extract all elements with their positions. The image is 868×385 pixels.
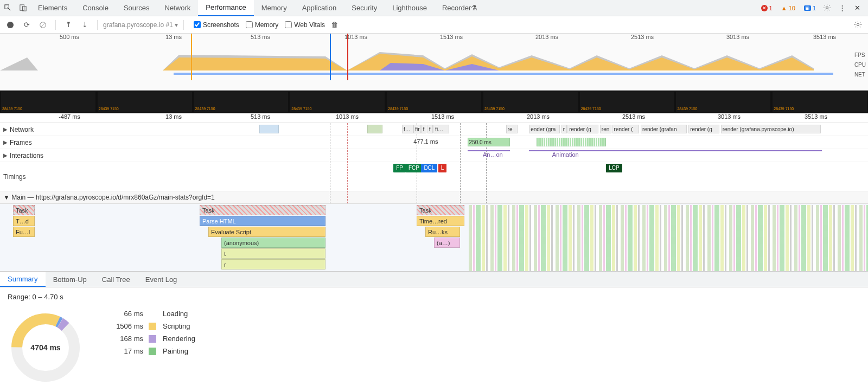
screenshot-frame[interactable]: 28439 7150 — [676, 92, 770, 112]
flame-parse-html[interactable]: Parse HTML — [200, 216, 326, 226]
flame-block[interactable]: r — [221, 259, 326, 270]
interaction-bar[interactable] — [468, 150, 510, 151]
track-network[interactable]: ▶Network — [0, 123, 98, 136]
performance-toolbar: ⟳ ⤒ ⤓ grafana.pyroscope.io #1 ▾ Screensh… — [0, 16, 868, 34]
frame-block[interactable]: 250.0 ms — [468, 138, 510, 146]
memory-checkbox[interactable]: Memory — [246, 21, 278, 29]
capture-settings-icon[interactable] — [851, 18, 865, 32]
network-block[interactable]: render (grafana.pyroscope.io) — [721, 125, 821, 133]
network-block[interactable] — [367, 125, 382, 133]
network-block[interactable]: f — [421, 125, 426, 133]
network-block[interactable]: render (g — [567, 125, 598, 133]
tab-event-log[interactable]: Event Log — [138, 272, 185, 287]
timing-fp[interactable]: FP — [393, 164, 406, 172]
flame-chart-area[interactable]: ▶Network f… fir f f fi… re ender (gra r … — [0, 123, 868, 271]
screenshot-frame[interactable]: 28439 7150 — [290, 92, 385, 112]
interaction-bar[interactable] — [529, 150, 822, 151]
flame-task[interactable]: Task — [13, 205, 35, 215]
save-profile-icon[interactable]: ⤓ — [78, 18, 92, 32]
track-frames[interactable]: ▶Frames — [0, 136, 98, 149]
garbage-collect-icon[interactable]: 🗑 — [327, 18, 341, 32]
network-block[interactable]: ender (gra — [529, 125, 560, 133]
summary-legend: 66 msLoading 1506 msScripting 168 msRend… — [100, 310, 195, 355]
close-icon[interactable]: ✕ — [850, 1, 865, 16]
tab-console[interactable]: Console — [75, 0, 116, 16]
minimap-tick: 513 ms — [251, 34, 270, 40]
network-block[interactable]: render ( — [612, 125, 640, 133]
tab-sources[interactable]: Sources — [116, 0, 157, 16]
reload-record-button[interactable]: ⟳ — [20, 18, 34, 32]
network-block[interactable] — [259, 125, 279, 133]
tab-call-tree[interactable]: Call Tree — [94, 272, 138, 287]
legend-swatch — [149, 335, 156, 343]
tab-elements[interactable]: Elements — [30, 0, 75, 16]
screenshot-frame[interactable]: 28439 7150 — [483, 92, 578, 112]
legend-label: Loading — [163, 310, 195, 318]
more-icon[interactable]: ⋮ — [834, 1, 850, 16]
screenshots-filmstrip[interactable]: 28439 7150 28439 7150 28439 7150 28439 7… — [0, 91, 868, 113]
network-block[interactable]: f… — [402, 125, 413, 133]
network-block[interactable]: f — [427, 125, 433, 133]
flame-block[interactable]: Fu…l — [13, 227, 35, 237]
frame-block[interactable] — [537, 138, 606, 146]
tab-bottom-up[interactable]: Bottom-Up — [46, 272, 94, 287]
screenshot-frame[interactable]: 28439 7150 — [580, 92, 674, 112]
minimap-tick: 3013 ms — [726, 34, 749, 40]
tab-security[interactable]: Security — [344, 0, 385, 16]
settings-icon[interactable] — [819, 1, 834, 16]
flame-block[interactable]: Time…red — [417, 216, 464, 226]
inspect-icon[interactable] — [0, 1, 15, 16]
flame-block[interactable]: t — [221, 248, 326, 259]
overview-minimap[interactable]: 500 ms 13 ms 513 ms 1013 ms 1513 ms 2013… — [0, 34, 868, 91]
flame-anonymous[interactable]: (anonymous) — [221, 238, 326, 248]
clear-button[interactable] — [36, 18, 50, 32]
device-toggle-icon[interactable] — [15, 1, 30, 16]
summary-pane: Range: 0 – 4.70 s 4704 ms 66 msLoading 1… — [0, 287, 868, 385]
screenshot-frame[interactable]: 28439 7150 — [387, 92, 481, 112]
flame-block[interactable]: T…d — [13, 216, 35, 226]
recording-selector[interactable]: grafana.pyroscope.io #1 ▾ — [103, 21, 178, 29]
flame-task[interactable]: Task — [200, 205, 326, 215]
flame-block[interactable]: Ru…ks — [425, 227, 460, 237]
track-interactions[interactable]: ▶Interactions — [0, 149, 98, 162]
screenshots-checkbox[interactable]: Screenshots — [194, 21, 239, 29]
tab-lighthouse[interactable]: Lighthouse — [385, 0, 435, 16]
tab-network[interactable]: Network — [157, 0, 199, 16]
tab-performance[interactable]: Performance — [198, 0, 253, 16]
timing-lcp[interactable]: LCP — [606, 164, 622, 172]
network-block[interactable]: r — [561, 125, 567, 133]
network-block[interactable]: re — [506, 125, 518, 133]
record-button[interactable] — [3, 18, 17, 32]
legend-label: Painting — [163, 347, 195, 355]
screenshot-frame[interactable]: 28439 7150 — [98, 92, 192, 112]
flame-stripes[interactable] — [469, 205, 868, 271]
tab-recorder[interactable]: Recorder ⚗ — [435, 0, 485, 16]
timing-l[interactable]: L — [438, 164, 447, 172]
tab-summary[interactable]: Summary — [0, 272, 46, 287]
flame-block[interactable]: (a…) — [434, 238, 460, 248]
warning-count-badge[interactable]: ▲10 — [778, 4, 799, 12]
main-thread-header[interactable]: ▼ Main — https://grafana.pyroscope.io/d/… — [0, 191, 868, 204]
screenshot-frame[interactable]: 28439 7150 — [194, 92, 289, 112]
legend-label: Scripting — [163, 322, 195, 330]
tab-application[interactable]: Application — [295, 0, 344, 16]
timing-dcl[interactable]: DCL — [421, 164, 437, 172]
message-count-badge[interactable]: ▣1 — [801, 4, 819, 12]
flame-task[interactable]: Task — [417, 205, 464, 215]
network-block[interactable]: fir — [413, 125, 421, 133]
network-block[interactable]: render (grafan — [641, 125, 687, 133]
flame-evaluate-script[interactable]: Evaluate Script — [208, 227, 326, 237]
screenshot-frame[interactable]: 28439 7150 — [773, 92, 867, 112]
network-block[interactable]: fi… — [433, 125, 449, 133]
ruler-tick: 13 ms — [165, 113, 182, 120]
load-profile-icon[interactable]: ⤒ — [61, 18, 75, 32]
webvitals-checkbox[interactable]: Web Vitals — [285, 21, 325, 29]
network-block[interactable]: ren — [600, 125, 611, 133]
main-flame-chart[interactable]: Task Task Task T…d Parse HTML Time…red F… — [0, 204, 868, 271]
screenshot-frame[interactable]: 28439 7150 — [1, 92, 95, 112]
network-block[interactable]: render (g — [688, 125, 719, 133]
tab-memory[interactable]: Memory — [254, 0, 295, 16]
time-ruler[interactable]: -487 ms 13 ms 513 ms 1013 ms 1513 ms 201… — [0, 113, 868, 123]
timing-fcp[interactable]: FCP — [406, 164, 422, 172]
error-count-badge[interactable]: ✕1 — [758, 4, 776, 12]
